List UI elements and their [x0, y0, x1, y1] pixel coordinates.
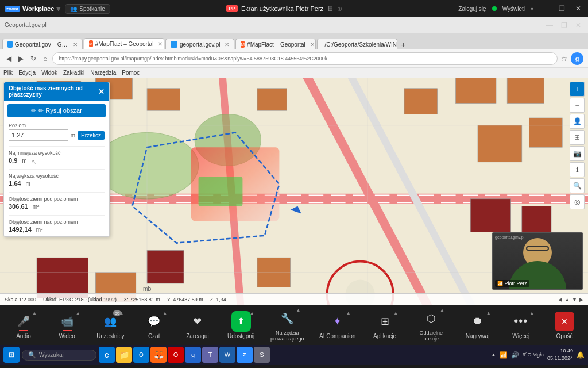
- poziom-label: Poziom: [9, 122, 105, 128]
- map-nav-left[interactable]: ◀: [558, 297, 562, 302]
- app10-button[interactable]: S: [254, 347, 270, 363]
- display-button[interactable]: Wyświetl: [502, 6, 525, 12]
- share-caret-icon: ▲: [250, 310, 254, 316]
- leave-label: Opuść: [556, 333, 573, 339]
- tab-5[interactable]: /C:/Geoporta/Szkolenia/WINGXP... ✕: [317, 39, 397, 49]
- edge-button[interactable]: e: [99, 347, 115, 363]
- profile-avatar[interactable]: g: [571, 52, 583, 65]
- search-tool-button[interactable]: 🔍: [570, 178, 585, 193]
- apps-label: Aplikacje: [373, 333, 396, 339]
- navigate-button[interactable]: ◎: [570, 194, 585, 209]
- tab-4[interactable]: M #MapFlact – Geoportal ✕: [235, 39, 316, 49]
- person-tool-button[interactable]: 👤: [570, 114, 585, 129]
- taskbar-record[interactable]: ⏺ ▲ Nagrywaj: [463, 312, 492, 339]
- taskbar-more[interactable]: ••• ▲ Więcej: [506, 312, 535, 339]
- taskbar-apps[interactable]: ⊞ ▲ Aplikacje: [370, 312, 399, 339]
- taskbar-audio[interactable]: 🎤 ▲ Audio: [9, 312, 38, 339]
- taskbar-participants[interactable]: 👥 66 ▲ Uczestnicy: [96, 312, 125, 339]
- opera-button[interactable]: O: [168, 347, 184, 363]
- ai-caret-icon: ▲: [346, 310, 351, 316]
- ai-icon: ✦ ▲: [328, 312, 347, 331]
- system-clock[interactable]: 10:49 05.11.2024: [547, 347, 573, 362]
- restore-button[interactable]: ❐: [556, 5, 567, 13]
- forward-button[interactable]: ▶: [17, 55, 25, 63]
- tab-4-close[interactable]: ✕: [310, 41, 315, 48]
- notification-icon[interactable]: 🔔: [577, 351, 585, 359]
- map-right-toolbar: + − 👤 ⊞ 📷 ℹ 🔍 ◎: [570, 82, 585, 209]
- poziom-input[interactable]: [9, 129, 68, 141]
- back-button[interactable]: ◀: [5, 55, 13, 63]
- tray-expand[interactable]: ▲: [491, 352, 496, 358]
- menu-edycja[interactable]: Edycja: [18, 70, 36, 76]
- login-button[interactable]: Zaloguj się: [458, 6, 486, 12]
- taskbar-tools[interactable]: 🔧 ▲ Narzędzia prowadzącego: [270, 309, 304, 342]
- zoom-out-button[interactable]: −: [570, 98, 585, 113]
- menu-widok[interactable]: Widok: [41, 70, 57, 76]
- menu-narzedzia[interactable]: Narzędzia: [90, 70, 116, 76]
- menu-pomoc[interactable]: Pomoc: [122, 70, 140, 76]
- menu-plik[interactable]: Plik: [3, 70, 13, 76]
- taskbar-ai[interactable]: ✦ ▲ AI Companion: [319, 312, 355, 339]
- tab-2-close[interactable]: ✕: [158, 41, 163, 47]
- tab-2[interactable]: M #MapFlact – Geoportal ✕: [84, 38, 164, 49]
- tab-3[interactable]: geoportal.gov.pl ✕: [165, 39, 234, 49]
- browser-restore[interactable]: ❐: [559, 21, 570, 29]
- new-tab-button[interactable]: +: [399, 40, 408, 49]
- info-button[interactable]: ℹ: [570, 162, 585, 177]
- browser-minimize[interactable]: —: [544, 21, 555, 29]
- explorer-button[interactable]: 📁: [116, 347, 132, 363]
- word-button[interactable]: W: [219, 347, 235, 363]
- taskbar-video[interactable]: 📹 ▲ Wideo: [53, 312, 82, 339]
- map-nav-up[interactable]: ▲: [564, 297, 570, 302]
- browser-close[interactable]: ✕: [573, 21, 583, 29]
- zoom-taskbar-button[interactable]: Z: [237, 347, 253, 363]
- more-caret-icon: ▲: [529, 310, 534, 316]
- screen-expand-icon[interactable]: ⊕: [337, 5, 342, 13]
- firefox-button[interactable]: 🦊: [150, 347, 167, 363]
- display-chevron-icon[interactable]: ▾: [531, 6, 533, 12]
- zoom-in-button[interactable]: +: [570, 82, 585, 97]
- minimize-button[interactable]: —: [539, 5, 551, 13]
- min-height-field: Najmniejsza wysokość 0,9 m ↖: [4, 148, 109, 167]
- taskbar-leave[interactable]: ✕ Opuść: [550, 312, 579, 339]
- draw-area-button[interactable]: ✏ ✏ Rysuj obszar: [7, 104, 106, 117]
- map-container[interactable]: mb mb: [0, 78, 588, 305]
- app6-button[interactable]: g: [185, 347, 201, 363]
- bookmark-icon[interactable]: ☆: [561, 55, 567, 63]
- browser-title-text: Geoportal.gov.pl: [5, 22, 47, 28]
- video-overlay: geoportal.gmv.pl 📶 Piotr Perz: [492, 232, 583, 290]
- uklad-text: Układ: EPSG 2180 (układ 1992): [43, 297, 117, 302]
- meeting-button[interactable]: 👥 Spotkanie: [65, 4, 110, 14]
- taskbar-rooms[interactable]: ⬡ ▲ Oddzielne pokoje: [414, 309, 448, 342]
- chevron-down-icon[interactable]: ▾: [56, 4, 60, 13]
- start-button[interactable]: ⊞: [3, 347, 20, 363]
- outlook-button[interactable]: O: [133, 347, 149, 363]
- tab-3-close[interactable]: ✕: [225, 41, 229, 48]
- taskbar-chat[interactable]: 💬 ▲ Czat: [140, 312, 168, 339]
- przelicz-button[interactable]: Przelicz: [78, 131, 105, 140]
- below-unit: m²: [33, 204, 40, 210]
- zoom-icon: zoom: [5, 6, 20, 12]
- taskbar-share[interactable]: ⬆ ▲ Udostępnij: [227, 312, 256, 339]
- map-nav-down[interactable]: ▼: [572, 297, 577, 302]
- divider-2: [9, 169, 105, 170]
- tab-1[interactable]: Geoportal.gov – Geoportal... ✕: [2, 39, 83, 49]
- menu-zakladki[interactable]: Zakładki: [63, 70, 84, 76]
- home-button[interactable]: ⌂: [41, 55, 49, 63]
- teams-button[interactable]: T: [202, 347, 218, 363]
- layers-button[interactable]: ⊞: [570, 130, 585, 145]
- min-height-value: 0,9: [9, 157, 17, 164]
- windows-search[interactable]: 🔍 Wyszukaj: [22, 350, 96, 361]
- camera-button[interactable]: 📷: [570, 146, 585, 161]
- panel-close-button[interactable]: ✕: [98, 87, 105, 96]
- url-bar[interactable]: https://mapy.geoportal.gov.pl/imap/Imgp/…: [52, 52, 558, 65]
- tab-5-label: /C:/Geoporta/Szkolenia/WINGXP...: [324, 41, 397, 48]
- reload-button[interactable]: ↻: [29, 55, 38, 63]
- close-button[interactable]: ✕: [573, 5, 583, 13]
- tab-1-close[interactable]: ✕: [73, 41, 78, 48]
- video-icon: 📹 ▲: [57, 312, 77, 331]
- map-nav-right[interactable]: ▶: [579, 297, 583, 302]
- search-placeholder: Wyszukaj: [39, 352, 64, 358]
- taskbar-reactions[interactable]: ❤ Zareaguj: [183, 312, 212, 339]
- zoom-logo: zoom Workplace ▾: [5, 4, 60, 13]
